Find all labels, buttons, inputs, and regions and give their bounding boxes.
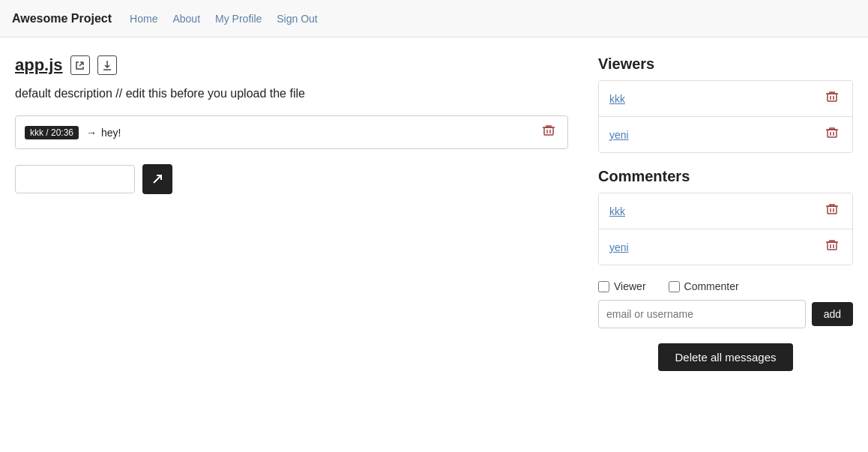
viewer-checkbox-label[interactable]: Viewer bbox=[598, 280, 646, 292]
open-external-button[interactable] bbox=[70, 55, 90, 75]
add-user-area: Viewer Commenter add bbox=[598, 280, 853, 328]
commenter-label: Commenter bbox=[684, 280, 739, 292]
commenter-item-1: yeni bbox=[599, 229, 852, 265]
viewer-checkbox[interactable] bbox=[598, 281, 609, 292]
viewer-item-0: kkk bbox=[599, 81, 852, 117]
viewers-list: kkk yeni bbox=[598, 80, 853, 153]
svg-line-9 bbox=[154, 175, 161, 183]
comment-input[interactable] bbox=[15, 165, 135, 193]
nav-my-profile[interactable]: My Profile bbox=[215, 13, 262, 25]
nav-sign-out[interactable]: Sign Out bbox=[277, 13, 317, 25]
viewer-label: Viewer bbox=[614, 280, 646, 292]
email-input[interactable] bbox=[598, 300, 806, 328]
commenter-checkbox-label[interactable]: Commenter bbox=[669, 280, 739, 292]
comment-text: hey! bbox=[101, 127, 539, 139]
nav-home[interactable]: Home bbox=[130, 13, 157, 25]
svg-rect-22 bbox=[828, 242, 837, 250]
comment-arrow: → bbox=[86, 127, 97, 139]
svg-rect-5 bbox=[544, 127, 553, 135]
viewers-title: Viewers bbox=[598, 55, 853, 73]
add-user-button[interactable]: add bbox=[812, 302, 853, 326]
trash-icon bbox=[825, 238, 839, 252]
viewer-item-1: yeni bbox=[599, 117, 852, 152]
commenters-list: kkk yeni bbox=[598, 193, 853, 265]
commenter-name-1[interactable]: yeni bbox=[609, 241, 629, 253]
comment-item: kkk / 20:36 → hey! bbox=[15, 115, 568, 149]
trash-icon bbox=[825, 202, 839, 216]
send-comment-button[interactable] bbox=[142, 164, 172, 194]
send-icon bbox=[151, 173, 163, 185]
add-comment-row bbox=[15, 164, 568, 194]
file-title-row: app.js bbox=[15, 55, 568, 75]
file-title: app.js bbox=[15, 55, 63, 75]
file-description: default description // edit this before … bbox=[15, 87, 568, 100]
main-layout: app.js default description // edit this … bbox=[0, 37, 868, 389]
delete-all-messages-button[interactable]: Delete all messages bbox=[658, 343, 792, 371]
add-row: add bbox=[598, 300, 853, 328]
delete-viewer-0-button[interactable] bbox=[822, 88, 842, 109]
checkboxes-row: Viewer Commenter bbox=[598, 280, 853, 292]
brand: Awesome Project bbox=[12, 12, 112, 25]
trash-icon bbox=[825, 90, 839, 103]
left-panel: app.js default description // edit this … bbox=[15, 55, 568, 371]
delete-comment-button[interactable] bbox=[539, 122, 558, 142]
download-button[interactable] bbox=[97, 55, 117, 75]
commenter-name-0[interactable]: kkk bbox=[609, 205, 625, 217]
commenter-checkbox[interactable] bbox=[669, 281, 680, 292]
viewer-name-1[interactable]: yeni bbox=[609, 129, 629, 141]
comment-badge: kkk / 20:36 bbox=[25, 126, 79, 139]
right-panel: Viewers kkk yeni bbox=[598, 55, 853, 371]
trash-icon bbox=[542, 124, 555, 137]
commenters-title: Commenters bbox=[598, 168, 853, 185]
delete-commenter-1-button[interactable] bbox=[822, 237, 842, 257]
delete-commenter-0-button[interactable] bbox=[822, 201, 842, 221]
download-icon bbox=[102, 60, 112, 70]
delete-viewer-1-button[interactable] bbox=[822, 124, 842, 145]
svg-rect-18 bbox=[828, 206, 837, 214]
nav-links: Home About My Profile Sign Out bbox=[130, 13, 318, 25]
navbar: Awesome Project Home About My Profile Si… bbox=[0, 0, 868, 37]
commenter-item-0: kkk bbox=[599, 193, 852, 229]
trash-icon bbox=[825, 126, 839, 139]
svg-rect-14 bbox=[828, 130, 837, 137]
viewer-name-0[interactable]: kkk bbox=[609, 93, 625, 105]
nav-about[interactable]: About bbox=[172, 13, 200, 25]
external-link-icon bbox=[75, 61, 85, 70]
svg-rect-10 bbox=[828, 94, 837, 101]
